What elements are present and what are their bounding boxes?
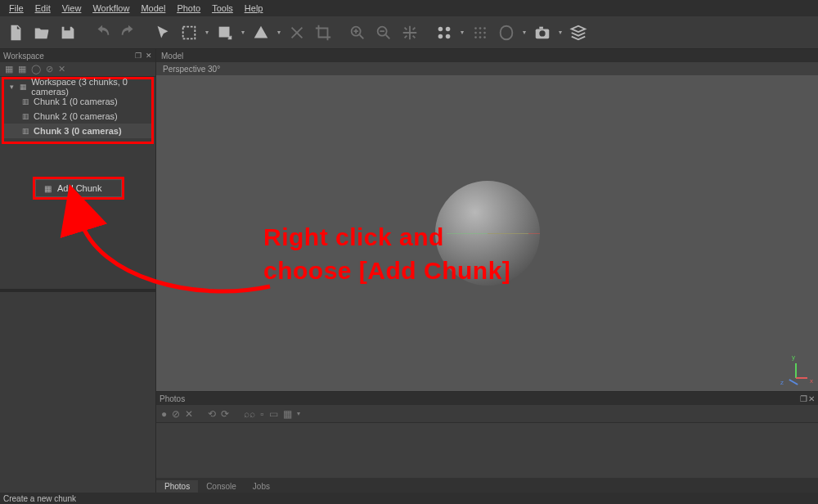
panel-close-icon[interactable]: ✕ (808, 394, 815, 403)
tree-item-label: Chunk 3 (0 cameras) (34, 126, 122, 136)
annotation-tree-highlight: ▾ ▦ Workspace (3 chunks, 0 cameras) ▥ Ch… (2, 77, 154, 144)
open-file-button[interactable] (29, 20, 54, 45)
ws-disable-icon[interactable]: ⊘ (46, 64, 53, 74)
menu-model[interactable]: Model (135, 2, 171, 15)
tab-photos[interactable]: Photos (156, 480, 198, 493)
undo-button[interactable] (90, 20, 115, 45)
workspace-panel-title: Workspace (3, 52, 44, 61)
menu-view[interactable]: View (56, 2, 88, 15)
workspace-panel: Workspace ❐ ✕ ▦ ▦ ◯ ⊘ ✕ ▾ ▦ Workspace (3… (0, 49, 156, 493)
photos-detail-icon[interactable]: ▭ (269, 408, 278, 420)
save-button[interactable] (56, 20, 80, 45)
svg-point-14 (474, 36, 477, 38)
tree-chunk-3[interactable]: ▥ Chunk 3 (0 cameras) (4, 124, 151, 138)
ws-remove-icon[interactable]: ✕ (58, 64, 65, 74)
chunk-icon: ▥ (20, 97, 30, 106)
left-bottom-panel (0, 292, 155, 493)
workspace-tree[interactable]: ▾ ▦ Workspace (3 chunks, 0 cameras) ▥ Ch… (4, 79, 151, 138)
rect-select-button[interactable] (177, 20, 201, 45)
menu-workflow[interactable]: Workflow (87, 2, 135, 15)
ws-enable-icon[interactable]: ◯ (31, 64, 41, 74)
menu-photo[interactable]: Photo (171, 2, 206, 15)
tree-chunk-2[interactable]: ▥ Chunk 2 (0 cameras) (4, 109, 151, 124)
photos-panel-title: Photos (160, 394, 185, 403)
menu-bar: File Edit View Workflow Model Photo Tool… (0, 0, 818, 16)
model-panel-header: Model (156, 49, 818, 62)
fit-button[interactable] (398, 20, 422, 45)
status-bar: Create a new chunk (0, 493, 818, 504)
ws-add-chunk-icon[interactable]: ▦ (5, 64, 13, 74)
svg-point-18 (539, 30, 545, 36)
transform-button[interactable] (249, 20, 273, 45)
photos-panel: Photos ❐ ✕ ● ⊘ ✕ ⟲ ⟳ ⌕⌕ ▫ ▭ ▦ ▾ (156, 391, 818, 493)
photos-grid-icon[interactable]: ▦ (283, 408, 292, 420)
menu-file[interactable]: File (3, 2, 29, 15)
svg-point-5 (446, 26, 451, 31)
redo-button[interactable] (116, 20, 141, 45)
layers-button[interactable] (566, 20, 591, 45)
panel-float-icon[interactable]: ❐ (133, 51, 143, 61)
view-points-button[interactable] (432, 20, 456, 45)
photos-panel-header: Photos ❐ ✕ (156, 392, 818, 405)
chunk-icon: ▥ (20, 126, 30, 136)
photos-rotate-cw-icon[interactable]: ⟳ (221, 408, 229, 420)
view-model-button[interactable] (494, 20, 519, 45)
tree-root[interactable]: ▾ ▦ Workspace (3 chunks, 0 cameras) (4, 79, 151, 94)
viewport-label-bar: Perspective 30° (156, 62, 818, 75)
transform-dropdown[interactable]: ▾ (275, 29, 283, 36)
zoom-in-button[interactable] (345, 20, 370, 45)
context-menu-add-chunk[interactable]: ▦ Add Chunk (35, 179, 122, 197)
photos-find-icon[interactable]: ⌕⌕ (244, 408, 255, 420)
tab-console[interactable]: Console (198, 480, 245, 493)
photos-grid-dropdown[interactable]: ▾ (297, 410, 300, 417)
move-region-dropdown[interactable]: ▾ (239, 29, 247, 36)
svg-point-12 (479, 31, 482, 34)
crop-button[interactable] (311, 20, 335, 45)
bottom-tabs: Photos Console Jobs (156, 478, 818, 493)
model-panel-title: Model (161, 52, 183, 61)
workspace-toolbar: ▦ ▦ ◯ ⊘ ✕ (0, 62, 155, 77)
camera-button[interactable] (530, 20, 555, 45)
svg-point-6 (438, 34, 443, 38)
photos-enable-icon[interactable]: ● (161, 408, 167, 420)
view-model-dropdown[interactable]: ▾ (520, 29, 528, 36)
tab-jobs[interactable]: Jobs (245, 480, 278, 493)
new-file-button[interactable] (3, 20, 28, 45)
menu-help[interactable]: Help (239, 2, 269, 15)
view-dense-button[interactable] (468, 20, 492, 45)
menu-edit[interactable]: Edit (29, 2, 56, 15)
view-points-dropdown[interactable]: ▾ (458, 29, 466, 36)
delete-button[interactable] (285, 20, 309, 45)
photos-rotate-ccw-icon[interactable]: ⟲ (208, 408, 216, 420)
pointer-button[interactable] (151, 20, 175, 45)
chunk-icon: ▥ (20, 111, 30, 121)
context-menu-label: Add Chunk (57, 183, 101, 193)
photos-small-icon[interactable]: ▫ (260, 408, 263, 420)
svg-point-15 (479, 36, 482, 38)
zoom-out-button[interactable] (371, 20, 396, 45)
workspace-panel-header: Workspace ❐ ✕ (0, 49, 155, 62)
photos-disable-icon[interactable]: ⊘ (172, 408, 180, 420)
viewport-label: Perspective 30° (163, 65, 220, 74)
panel-float-icon[interactable]: ❐ (800, 394, 807, 403)
move-region-button[interactable] (213, 20, 237, 45)
ws-add-chunk2-icon[interactable]: ▦ (18, 64, 26, 74)
camera-dropdown[interactable]: ▾ (556, 29, 564, 36)
photos-body (156, 423, 818, 478)
svg-point-16 (483, 36, 486, 38)
rect-select-dropdown[interactable]: ▾ (203, 29, 211, 36)
photos-remove-icon[interactable]: ✕ (185, 408, 193, 420)
svg-point-9 (479, 27, 482, 29)
photos-toolbar: ● ⊘ ✕ ⟲ ⟳ ⌕⌕ ▫ ▭ ▦ ▾ (156, 405, 818, 423)
svg-point-13 (483, 31, 486, 34)
panel-close-icon[interactable]: ✕ (144, 51, 154, 61)
tree-expand-icon[interactable]: ▾ (7, 82, 16, 92)
svg-point-7 (446, 34, 451, 38)
svg-point-10 (483, 27, 486, 29)
annotation-text: Right click and choose [Add Chunk] (263, 221, 510, 287)
tree-item-label: Chunk 2 (0 cameras) (34, 111, 118, 121)
annotation-context-menu-highlight: ▦ Add Chunk (33, 177, 124, 200)
status-text: Create a new chunk (3, 494, 76, 503)
svg-rect-19 (539, 26, 543, 29)
menu-tools[interactable]: Tools (206, 2, 239, 15)
